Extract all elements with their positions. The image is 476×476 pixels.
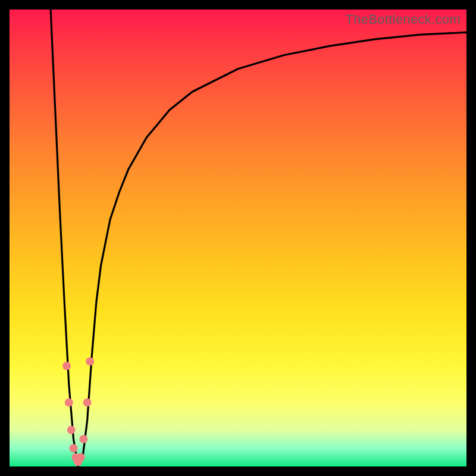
- chart-svg: [10, 10, 466, 466]
- plot-area: TheBottleneck.com: [10, 10, 466, 466]
- highlight-dot: [86, 357, 94, 365]
- highlight-dot: [77, 453, 85, 462]
- chart-frame: TheBottleneck.com: [0, 0, 476, 476]
- highlight-dot: [62, 362, 71, 370]
- highlight-dots-group: [62, 357, 94, 466]
- highlight-dot: [70, 444, 78, 452]
- bottleneck-curve-line: [51, 10, 466, 466]
- watermark-text: TheBottleneck.com: [346, 12, 461, 27]
- highlight-dot: [67, 426, 76, 434]
- highlight-dot: [83, 399, 92, 407]
- bottleneck-curve-group: [51, 10, 466, 466]
- highlight-dot: [79, 435, 87, 443]
- highlight-dot: [65, 399, 73, 407]
